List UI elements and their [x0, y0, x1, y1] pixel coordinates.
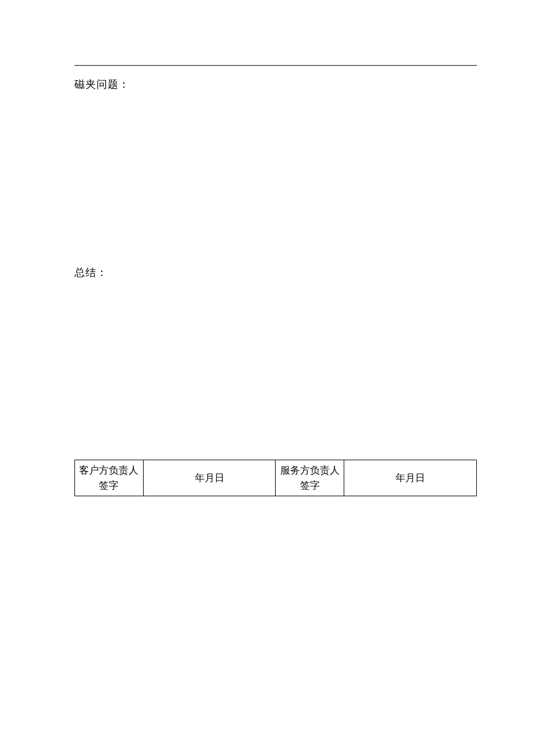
top-divider — [74, 65, 477, 66]
summary-section-label: 总结： — [74, 266, 477, 280]
table-row: 客户方负责人签字 年月日 服务方负责人签字 年月日 — [75, 460, 477, 496]
issue-section-label: 磁夹问题： — [74, 77, 477, 91]
client-date-cell: 年月日 — [143, 460, 276, 496]
page-container: 磁夹问题： 总结： 客户方负责人签字 年月日 服务方负责人签字 年月日 — [74, 65, 477, 496]
client-signature-label: 客户方负责人签字 — [75, 460, 144, 496]
signature-table: 客户方负责人签字 年月日 服务方负责人签字 年月日 — [74, 460, 477, 496]
service-date-cell: 年月日 — [344, 460, 477, 496]
service-signature-label: 服务方负责人签字 — [276, 460, 344, 496]
